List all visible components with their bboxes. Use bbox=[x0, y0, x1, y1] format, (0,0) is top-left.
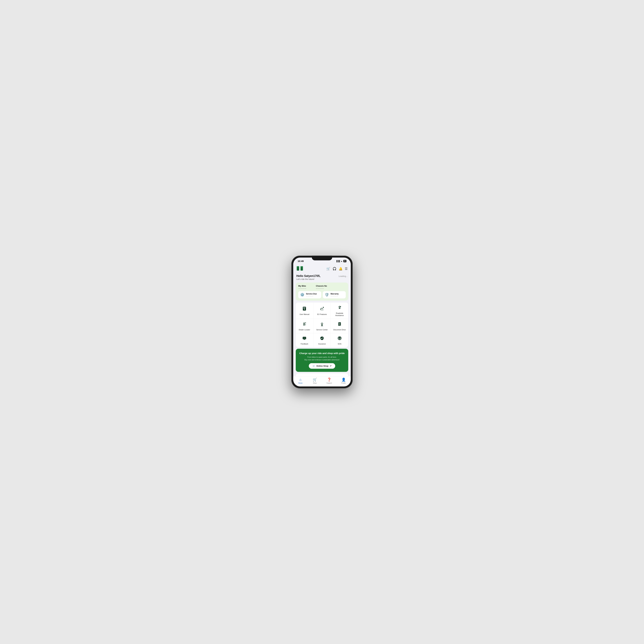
support-nav-icon: ❓ bbox=[327, 378, 331, 382]
service-center-label: Service Center bbox=[316, 329, 328, 331]
grid-item-sos[interactable]: SOS SOS bbox=[331, 333, 348, 347]
warranty-label: Warranty bbox=[330, 293, 339, 295]
nav-shop[interactable]: 🛒 Shop bbox=[308, 378, 322, 384]
sos-label: SOS bbox=[338, 343, 341, 345]
warranty-value: ———— bbox=[330, 295, 339, 297]
header-icons: 🛒 🎧 🔔 ☰ bbox=[326, 267, 348, 271]
svg-rect-6 bbox=[303, 308, 305, 308]
svg-point-27 bbox=[303, 338, 304, 338]
document-drive-label: Document Drive bbox=[333, 329, 346, 331]
nav-profile[interactable]: 👤 Profile bbox=[336, 378, 351, 384]
roadside-label: Roadside Assistance bbox=[332, 312, 347, 317]
support-icon[interactable]: 🎧 bbox=[333, 267, 336, 271]
service-due-icon: ⚙️ bbox=[300, 293, 304, 297]
grid-item-feedback[interactable]: Feedback bbox=[296, 333, 313, 347]
svg-point-19 bbox=[322, 323, 322, 323]
nav-support-label: Support bbox=[326, 382, 332, 384]
grid-row-1: i User Manual bbox=[296, 303, 348, 319]
nav-shop-label: Shop bbox=[313, 382, 317, 384]
warranty-card[interactable]: 🛡️ Warranty ———— bbox=[323, 291, 346, 298]
status-time: 10:49 bbox=[298, 260, 304, 262]
nav-support[interactable]: ❓ Support bbox=[322, 378, 336, 384]
shop-cart-icon: 🛒 bbox=[313, 365, 315, 367]
svg-rect-1 bbox=[297, 267, 299, 271]
greeting-hello: Hello Satyen1705, bbox=[296, 274, 320, 278]
dealer-icon: $ bbox=[302, 322, 307, 327]
promo-subtitle: From bikes to spare parts, it's all here… bbox=[299, 356, 345, 361]
service-center-icon bbox=[320, 322, 324, 327]
sos-icon: SOS bbox=[337, 336, 342, 341]
wifi-icon: ▲ bbox=[341, 260, 343, 262]
service-due-card[interactable]: ⚙️ Service Due ———— bbox=[298, 291, 321, 298]
grid-item-service[interactable]: Service Center bbox=[313, 319, 331, 333]
my-bike-section: My Bike ———— bbox=[298, 285, 306, 290]
warranty-icon: 🛡️ bbox=[325, 293, 329, 297]
signal-icon: ▐▐▐ bbox=[336, 260, 340, 262]
app-logo[interactable] bbox=[296, 265, 303, 272]
dealer-label: Dealer Locator bbox=[299, 329, 310, 331]
grid-row-2: $ Dealer Locator bbox=[296, 319, 348, 333]
grid-item-dealer[interactable]: $ Dealer Locator bbox=[296, 319, 313, 333]
svg-rect-21 bbox=[339, 323, 340, 323]
bell-icon[interactable]: 🔔 bbox=[339, 267, 343, 271]
roadside-icon: $ bbox=[337, 305, 342, 311]
grid-item-ev-features[interactable]: EV Features bbox=[313, 303, 331, 319]
promo-banner: Charge up your ride and shop with pride … bbox=[296, 349, 348, 372]
nav-home[interactable]: ⌂ Home bbox=[293, 378, 308, 384]
bike-card: My Bike ———— Chassis No ———— ⚙️ Service … bbox=[296, 283, 348, 301]
chassis-section: Chassis No ———— bbox=[316, 285, 327, 290]
greeting-subtitle: Let's ride the future! bbox=[296, 278, 320, 280]
promo-title: Charge up your ride and shop with pride bbox=[299, 352, 345, 355]
svg-rect-23 bbox=[339, 324, 340, 325]
my-bike-label: My Bike bbox=[298, 285, 306, 287]
bike-sub-cards: ⚙️ Service Due ———— 🛡️ Warranty ———— bbox=[298, 291, 346, 298]
user-manual-label: User Manual bbox=[300, 313, 309, 315]
battery-icon: 85 bbox=[343, 260, 346, 262]
shop-arrow-icon: ↗ bbox=[330, 365, 331, 367]
feedback-label: Feedback bbox=[301, 343, 308, 345]
bike-card-header: My Bike ———— Chassis No ———— bbox=[298, 285, 346, 290]
grid-item-document[interactable]: Document Drive bbox=[331, 319, 348, 333]
feedback-icon bbox=[302, 336, 307, 341]
status-icons: ▐▐▐ ▲ 85 bbox=[336, 260, 346, 262]
nav-profile-label: Profile bbox=[341, 382, 346, 384]
cart-icon[interactable]: 🛒 bbox=[326, 267, 330, 271]
main-scroll[interactable]: 🛒 🎧 🔔 ☰ Hello Satyen1705, Let's ride the… bbox=[293, 263, 351, 386]
bottom-nav: ⌂ Home 🛒 Shop ❓ Support 👤 Profile bbox=[293, 376, 351, 386]
online-shop-button[interactable]: 🛒 Online Shop ↗ bbox=[309, 363, 335, 369]
ev-features-icon bbox=[320, 306, 324, 312]
user-manual-icon: i bbox=[302, 306, 307, 312]
phone-screen: 10:49 ▐▐▐ ▲ 85 🛒 bbox=[293, 258, 351, 386]
chassis-label: Chassis No bbox=[316, 285, 327, 287]
my-bike-value: ———— bbox=[298, 287, 306, 290]
greeting-section: Hello Satyen1705, Let's ride the future!… bbox=[293, 274, 351, 282]
phone-frame: 10:49 ▐▐▐ ▲ 85 🛒 bbox=[291, 256, 353, 388]
greeting-text: Hello Satyen1705, Let's ride the future! bbox=[296, 274, 320, 280]
grid-item-roadside[interactable]: $ Roadside Assistance bbox=[331, 303, 348, 319]
loading-indicator: Loading... bbox=[339, 275, 348, 277]
svg-rect-22 bbox=[339, 324, 340, 324]
menu-icon[interactable]: ☰ bbox=[345, 267, 348, 271]
grid-item-insurance[interactable]: Insurance bbox=[313, 333, 331, 347]
profile-icon: 👤 bbox=[341, 378, 346, 382]
shop-icon: 🛒 bbox=[313, 378, 317, 382]
grid-row-3: Feedback Insurance bbox=[296, 333, 348, 347]
insurance-label: Insurance bbox=[318, 343, 326, 345]
service-due-label: Service Due bbox=[306, 293, 317, 295]
chassis-value: ———— bbox=[316, 287, 327, 290]
service-due-info: Service Due ———— bbox=[306, 293, 317, 297]
svg-point-28 bbox=[304, 338, 305, 338]
svg-point-29 bbox=[305, 338, 305, 338]
grid-item-user-manual[interactable]: i User Manual bbox=[296, 303, 313, 319]
phone-notch bbox=[312, 256, 332, 260]
home-icon: ⌂ bbox=[299, 378, 301, 382]
svg-point-12 bbox=[339, 306, 340, 307]
ev-features-label: EV Features bbox=[317, 313, 327, 315]
features-grid: i User Manual bbox=[296, 303, 348, 347]
shop-button-label: Online Shop bbox=[316, 365, 328, 367]
app-header: 🛒 🎧 🔔 ☰ bbox=[293, 263, 351, 274]
nav-home-label: Home bbox=[298, 382, 303, 384]
insurance-icon bbox=[320, 336, 324, 341]
svg-point-15 bbox=[303, 323, 305, 324]
service-due-value: ———— bbox=[306, 295, 317, 297]
